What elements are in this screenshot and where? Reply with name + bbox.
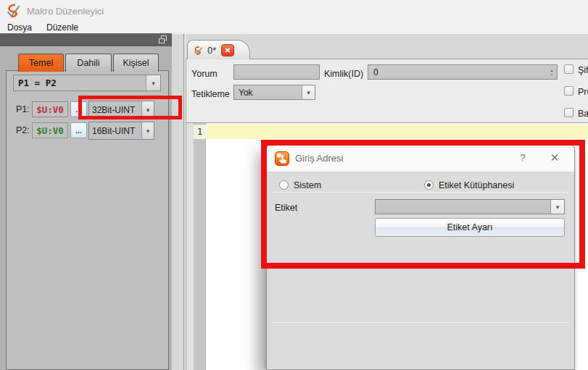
dropdown-arrow-icon[interactable]: ▾	[141, 101, 154, 118]
p1-browse-label: ...	[75, 105, 82, 114]
dialog-close-icon[interactable]: ✕	[548, 151, 561, 164]
p2-type-combo[interactable]: 16Bit-UINT ▾	[88, 122, 154, 140]
etiket-kutuphanesi-radio-label[interactable]: Etiket Kütüphanesi	[439, 180, 514, 190]
macro-select-value: P1 = P2	[14, 77, 146, 88]
dialog-title: Giriş Adresi	[295, 153, 343, 164]
dropdown-arrow-icon[interactable]: ▾	[141, 122, 154, 139]
etiket-ayari-label: Etiket Ayarı	[447, 222, 493, 232]
pro-checkbox[interactable]	[564, 86, 573, 96]
p2-browse-button[interactable]: ...	[70, 122, 87, 138]
tab-dahili[interactable]: Dahili	[65, 54, 112, 72]
kimlik-id-spinbox[interactable]: 0 ▴ ▾	[368, 64, 558, 80]
menu-duzenle[interactable]: Düzenle	[39, 22, 86, 34]
kimlik-id-value: 0	[368, 67, 547, 77]
dialog-title-bar[interactable]: Giriş Adresi ? ✕	[267, 146, 574, 172]
spinner-arrows-icon[interactable]: ▴ ▾	[547, 65, 557, 79]
spinner-down-icon[interactable]: ▾	[550, 72, 552, 77]
float-window-icon[interactable]	[159, 35, 167, 43]
p2-address-value: $U:V0	[36, 125, 64, 136]
pro-checkbox-label: Pro	[578, 87, 588, 97]
sifr-checkbox-label: Şifr	[578, 65, 588, 75]
dialog-help-icon[interactable]: ?	[517, 152, 529, 164]
bag-checkbox[interactable]	[564, 108, 573, 117]
p2-label: P2:	[16, 125, 30, 135]
etiket-combo[interactable]: ▾	[375, 199, 565, 214]
p1-address-input[interactable]: $U:V0	[32, 101, 68, 117]
dropdown-arrow-icon[interactable]: ▾	[550, 200, 564, 214]
tab-kisisel-label: Kişisel	[123, 58, 149, 68]
dock-title-bar[interactable]	[0, 33, 172, 46]
macro-tab-icon	[193, 46, 203, 56]
window-title: Makro Düzenleyici	[27, 6, 104, 17]
dialog-lower-separator	[273, 322, 568, 323]
etiket-label: Etiket	[275, 203, 297, 213]
yorum-input[interactable]	[233, 64, 320, 80]
yorum-value	[234, 65, 239, 75]
tab-temel-label: Temel	[29, 58, 53, 68]
p1-browse-button[interactable]: ...	[70, 101, 87, 117]
macro-tab-label: 0*	[207, 45, 216, 56]
tetikleme-label: Tetikleme	[191, 89, 230, 99]
p1-label: P1:	[16, 104, 30, 114]
tetikleme-combo[interactable]: Yok ▾	[233, 85, 315, 100]
tetikleme-value: Yok	[234, 88, 302, 98]
sistem-radio[interactable]	[279, 180, 289, 190]
dropdown-arrow-icon[interactable]: ▾	[146, 75, 160, 91]
editor-line-number-gutter	[194, 123, 206, 370]
p2-address-input[interactable]: $U:V0	[32, 122, 68, 138]
etiket-ayari-button[interactable]: Etiket Ayarı	[375, 218, 565, 237]
current-line-highlight[interactable]	[207, 125, 588, 139]
p1-type-value: 32Bit-UINT	[89, 105, 141, 115]
tab-temel[interactable]: Temel	[18, 54, 64, 72]
macro-tab-0[interactable]: 0* ✕	[187, 40, 250, 59]
tab-close-button[interactable]: ✕	[221, 44, 234, 56]
touch-address-icon	[275, 151, 289, 166]
etiket-kutuphanesi-radio[interactable]	[424, 180, 434, 190]
p2-type-value: 16Bit-UINT	[89, 126, 141, 136]
p1-address-value: $U:V0	[36, 104, 64, 115]
tab-dahili-label: Dahili	[77, 58, 99, 68]
menu-dosya[interactable]: Dosya	[0, 22, 39, 34]
tab-kisisel[interactable]: Kişisel	[113, 54, 159, 72]
menu-bar: Dosya Düzenle	[0, 22, 588, 34]
macro-select-combo[interactable]: P1 = P2 ▾	[13, 75, 161, 91]
p2-browse-label: ...	[75, 126, 82, 135]
p1-type-combo[interactable]: 32Bit-UINT ▾	[88, 101, 154, 119]
title-bar: Makro Düzenleyici	[0, 0, 588, 22]
app-logo-icon	[5, 3, 21, 19]
kimlik-id-label: Kimlik(ID)	[324, 69, 363, 79]
dropdown-arrow-icon[interactable]: ▾	[302, 85, 315, 99]
panel-splitter[interactable]	[183, 33, 184, 370]
editor-margin	[186, 123, 194, 370]
sistem-radio-label[interactable]: Sistem	[294, 180, 321, 190]
yorum-label: Yorum	[191, 69, 218, 79]
dialog-separator	[273, 192, 568, 193]
sifr-checkbox[interactable]	[564, 64, 573, 74]
bag-checkbox-label: Bağ	[578, 109, 588, 119]
giris-adresi-dialog: Giriş Adresi ? ✕ Sistem Etiket Kütüphane…	[266, 145, 575, 370]
line-number-1: 1	[194, 125, 206, 139]
macro-editor-window: Makro Düzenleyici Dosya Düzenle Temel Da…	[0, 0, 588, 370]
